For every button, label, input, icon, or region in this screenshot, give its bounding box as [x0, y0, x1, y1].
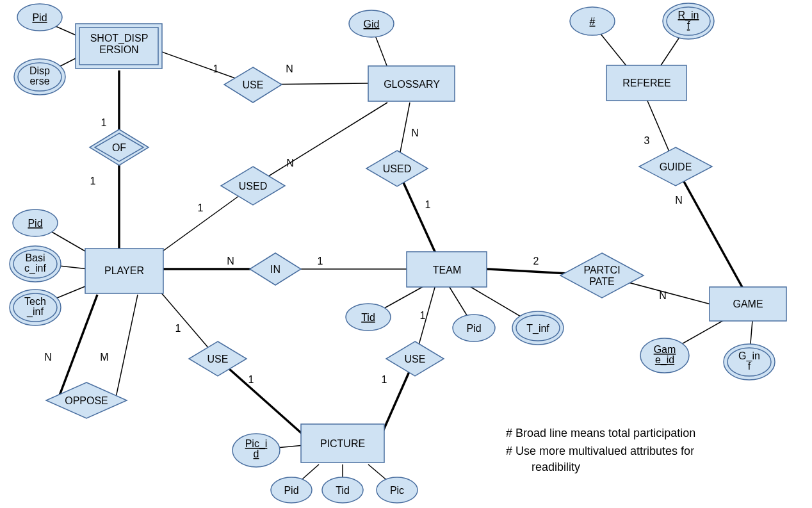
rel-oppose: OPPOSE: [46, 382, 127, 418]
svg-text:Basi: Basi: [25, 252, 45, 263]
note-1: # Broad line means total participation: [506, 427, 695, 439]
attr-pic-pic: Pic: [377, 477, 418, 503]
entity-shot-dispersion: SHOT_DISP ERSION: [76, 24, 162, 69]
attr-basic-inf: Basi c_inf: [10, 246, 61, 282]
svg-text:USED: USED: [239, 181, 267, 192]
card-in-n: N: [227, 256, 234, 266]
svg-text:e_id: e_id: [655, 354, 674, 366]
card-usedpl-n: N: [286, 158, 294, 168]
attr-team-pid: Pid: [453, 315, 495, 341]
card-guide-3: 3: [644, 135, 650, 146]
svg-text:PLAYER: PLAYER: [104, 265, 144, 276]
svg-text:ERSION: ERSION: [99, 44, 138, 55]
attr-pic-pid: Pid: [271, 477, 312, 503]
card-part-2: 2: [533, 256, 539, 266]
card-usedtm-1: 1: [425, 199, 431, 210]
svg-text:TEAM: TEAM: [433, 265, 461, 275]
svg-text:erse: erse: [29, 76, 49, 86]
svg-text:_inf: _inf: [26, 306, 44, 318]
attr-pic-id: Pic_i d: [232, 434, 280, 467]
svg-text:GUIDE: GUIDE: [660, 161, 692, 172]
attr-tech-inf: Tech _inf: [10, 290, 61, 325]
svg-text:Gam: Gam: [654, 344, 676, 355]
rel-used-team-glossary: USED: [366, 151, 428, 186]
svg-text:GAME: GAME: [733, 299, 763, 309]
entity-referee: REFEREE: [606, 65, 686, 101]
attr-gid: Gid: [349, 10, 394, 37]
svg-text:GLOSSARY: GLOSSARY: [384, 79, 440, 90]
attr-pic-tid: Tid: [322, 477, 363, 503]
card-of-bot: 1: [90, 176, 96, 186]
note-2a: # Use more multivalued attributes for: [506, 445, 694, 457]
card-sd-use-n: N: [286, 63, 293, 74]
rel-of: OF: [90, 129, 149, 165]
attr-disperse: Disp erse: [14, 59, 65, 95]
card-useplpic-bot: 1: [248, 374, 254, 385]
svg-text:USE: USE: [243, 79, 264, 90]
svg-text:SHOT_DISP: SHOT_DISP: [90, 33, 149, 44]
svg-text:PARTCI: PARTCI: [583, 265, 620, 275]
svg-text:Gid: Gid: [364, 19, 380, 29]
card-usedtm-n: N: [411, 127, 419, 138]
rel-in: IN: [250, 253, 301, 285]
svg-text:f: f: [687, 20, 690, 31]
attr-t-inf: T_inf: [512, 311, 564, 345]
svg-text:d: d: [254, 448, 259, 459]
svg-text:Tid: Tid: [336, 485, 350, 496]
rel-use-player-picture: USE: [189, 341, 247, 376]
svg-line-30: [218, 359, 304, 436]
attr-player-pid: Pid: [13, 209, 58, 236]
attr-sd-pid: Pid: [17, 4, 62, 31]
entity-glossary: GLOSSARY: [368, 66, 455, 101]
svg-text:Disp: Disp: [29, 65, 50, 76]
svg-text:c_inf: c_inf: [24, 263, 46, 274]
svg-text:Pid: Pid: [28, 218, 42, 229]
card-useplpic-top: 1: [175, 323, 181, 334]
svg-text:f: f: [748, 361, 751, 372]
card-sd-use-1: 1: [213, 63, 219, 74]
svg-text:OF: OF: [112, 142, 126, 153]
entity-player: PLAYER: [85, 249, 163, 293]
svg-text:PICTURE: PICTURE: [320, 438, 365, 449]
card-guide-n: N: [675, 195, 683, 206]
rel-guide: GUIDE: [639, 147, 712, 186]
svg-text:Pic: Pic: [390, 485, 404, 496]
svg-text:Tech: Tech: [24, 296, 46, 307]
svg-text:T_inf: T_inf: [526, 323, 549, 334]
rel-use-sd-glossary: USE: [224, 67, 282, 102]
svg-text:Pid: Pid: [284, 485, 298, 496]
svg-text:OPPOSE: OPPOSE: [65, 395, 108, 406]
card-part-n: N: [659, 290, 667, 301]
svg-text:Tid: Tid: [361, 312, 375, 323]
entity-picture: PICTURE: [301, 424, 384, 463]
attr-tid: Tid: [346, 304, 391, 331]
rel-participate: PARTCI PATE: [560, 253, 644, 298]
svg-text:PATE: PATE: [589, 276, 614, 287]
entity-team: TEAM: [407, 252, 487, 287]
note-2b: readibility: [532, 461, 580, 473]
card-usedpl-1: 1: [198, 202, 204, 213]
card-in-1: 1: [318, 256, 323, 266]
svg-text:USED: USED: [383, 163, 411, 174]
svg-text:USE: USE: [207, 354, 229, 365]
attr-game-id: Gam e_id: [640, 338, 689, 373]
svg-line-24: [676, 167, 743, 288]
card-of-top: 1: [101, 117, 107, 128]
attr-g-inf: G_in f: [724, 344, 775, 380]
entity-game: GAME: [710, 287, 786, 321]
svg-text:IN: IN: [270, 264, 280, 275]
card-usetmpic-top: 1: [420, 310, 426, 321]
svg-marker-64: [560, 253, 644, 298]
svg-text:#: #: [590, 16, 596, 27]
svg-text:REFEREE: REFEREE: [622, 78, 671, 88]
rel-use-team-picture: USE: [386, 341, 444, 376]
card-oppose-m: M: [100, 352, 108, 363]
svg-text:Pid: Pid: [32, 12, 47, 23]
svg-line-11: [253, 102, 387, 186]
attr-r-inf: R_in f: [663, 3, 714, 39]
card-usetmpic-bot: 1: [382, 374, 387, 385]
svg-line-28: [115, 295, 138, 400]
card-oppose-n: N: [44, 352, 52, 363]
attr-ref-num: #: [570, 7, 615, 35]
svg-text:USE: USE: [405, 354, 426, 365]
